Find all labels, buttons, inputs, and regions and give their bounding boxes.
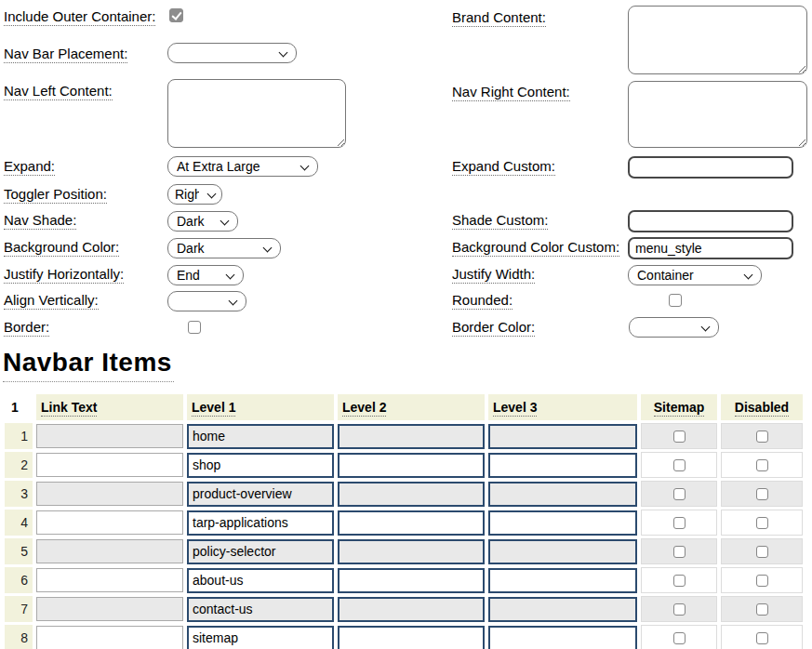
- header-level-2: Level 2: [338, 394, 485, 420]
- background-color-value: Dark: [177, 241, 205, 256]
- expand-select[interactable]: At Extra Large: [167, 156, 318, 177]
- level1-input[interactable]: [187, 568, 334, 593]
- disabled-checkbox[interactable]: [756, 488, 768, 500]
- level2-input[interactable]: [338, 482, 485, 507]
- header-level-1: Level 1: [187, 394, 334, 420]
- level1-input[interactable]: [187, 597, 334, 622]
- level2-input[interactable]: [338, 539, 485, 564]
- level1-input[interactable]: [187, 510, 334, 536]
- level2-input[interactable]: [338, 453, 485, 478]
- level3-input[interactable]: [488, 597, 637, 622]
- sitemap-checkbox[interactable]: [673, 603, 686, 616]
- level3-input[interactable]: [488, 568, 637, 593]
- navbar-items-table: 1 Link Text Level 1 Level 2 Level 3 Site…: [1, 391, 806, 649]
- nav-bar-placement-select[interactable]: [167, 43, 297, 63]
- disabled-checkbox[interactable]: [756, 603, 768, 616]
- header-disabled: Disabled: [721, 394, 803, 420]
- expand-value: At Extra Large: [177, 159, 260, 174]
- link-text-input[interactable]: [36, 597, 183, 621]
- justify-horizontally-label: Justify Horizontally:: [4, 266, 124, 284]
- table-header-row: 1 Link Text Level 1 Level 2 Level 3 Site…: [5, 394, 803, 420]
- level2-input[interactable]: [338, 424, 485, 449]
- row-number: 4: [5, 510, 33, 536]
- shade-custom-input[interactable]: [628, 210, 793, 232]
- nav-right-content-label: Nav Right Content:: [452, 84, 570, 101]
- navbar-items-heading: Navbar Items: [3, 348, 174, 382]
- chevron-down-icon: [226, 271, 235, 280]
- toggler-position-select[interactable]: Right: [167, 184, 222, 205]
- brand-content-textarea[interactable]: [628, 6, 807, 74]
- table-row: 3: [5, 481, 803, 507]
- level3-input[interactable]: [488, 424, 637, 449]
- level2-input[interactable]: [338, 626, 485, 649]
- nav-shade-label: Nav Shade:: [4, 212, 76, 230]
- expand-custom-input[interactable]: [628, 156, 793, 179]
- sitemap-checkbox[interactable]: [673, 546, 686, 558]
- nav-shade-select[interactable]: Dark: [167, 211, 238, 232]
- chevron-down-icon: [701, 323, 711, 332]
- disabled-checkbox[interactable]: [756, 430, 768, 443]
- level3-input[interactable]: [488, 510, 637, 536]
- border-color-select[interactable]: [629, 317, 719, 338]
- level2-input[interactable]: [338, 510, 485, 536]
- chevron-down-icon: [207, 190, 217, 199]
- link-text-input[interactable]: [36, 482, 183, 506]
- link-text-input[interactable]: [36, 568, 183, 592]
- header-level-3: Level 3: [488, 394, 637, 420]
- expand-label: Expand:: [4, 158, 55, 176]
- border-checkbox[interactable]: [188, 321, 201, 334]
- level2-input[interactable]: [338, 597, 485, 622]
- sitemap-checkbox[interactable]: [673, 575, 686, 587]
- sitemap-checkbox[interactable]: [673, 632, 686, 644]
- level1-input[interactable]: [187, 626, 334, 649]
- sitemap-checkbox[interactable]: [673, 459, 686, 471]
- link-text-input[interactable]: [36, 424, 183, 448]
- row-number: 7: [5, 596, 33, 622]
- toggler-position-label: Toggler Position:: [4, 186, 107, 204]
- background-color-custom-input[interactable]: [628, 237, 793, 259]
- rounded-checkbox[interactable]: [669, 294, 682, 307]
- level3-input[interactable]: [488, 626, 637, 649]
- border-color-label: Border Color:: [452, 319, 535, 337]
- disabled-checkbox[interactable]: [756, 575, 768, 587]
- disabled-checkbox[interactable]: [756, 632, 768, 644]
- nav-left-content-textarea[interactable]: [167, 79, 346, 148]
- justify-width-select[interactable]: Container: [628, 265, 762, 285]
- sitemap-checkbox[interactable]: [673, 517, 686, 529]
- disabled-checkbox[interactable]: [756, 459, 768, 471]
- toggler-position-value: Right: [175, 187, 199, 202]
- nav-bar-placement-label: Nav Bar Placement:: [4, 46, 127, 63]
- link-text-input[interactable]: [36, 510, 183, 535]
- align-vertically-select[interactable]: [167, 291, 246, 311]
- level1-input[interactable]: [187, 539, 334, 564]
- level3-input[interactable]: [488, 482, 637, 507]
- link-text-input[interactable]: [36, 539, 183, 563]
- disabled-checkbox[interactable]: [756, 517, 768, 529]
- justify-horizontally-select[interactable]: End: [167, 265, 244, 285]
- level1-input[interactable]: [187, 424, 334, 449]
- table-row: 4: [5, 510, 803, 536]
- table-row: 1: [5, 423, 803, 449]
- disabled-checkbox[interactable]: [756, 546, 768, 558]
- header-link-text: Link Text: [36, 394, 183, 420]
- level3-input[interactable]: [488, 453, 637, 478]
- table-row: 5: [5, 538, 803, 564]
- background-color-select[interactable]: Dark: [167, 238, 281, 258]
- link-text-input[interactable]: [36, 626, 183, 649]
- level1-input[interactable]: [187, 453, 334, 478]
- link-text-input[interactable]: [36, 453, 183, 477]
- row-number: 1: [5, 423, 33, 449]
- level3-input[interactable]: [488, 539, 637, 564]
- include-outer-container-checkbox[interactable]: [169, 8, 183, 22]
- navbar-settings-page: Include Outer Container: Nav Bar Placeme…: [0, 0, 812, 649]
- level2-input[interactable]: [338, 568, 485, 593]
- table-corner-cell: 1: [5, 394, 33, 420]
- sitemap-checkbox[interactable]: [673, 488, 686, 500]
- table-row: 6: [5, 567, 803, 593]
- nav-right-content-textarea[interactable]: [628, 81, 807, 148]
- sitemap-checkbox[interactable]: [673, 430, 686, 443]
- row-number: 8: [5, 625, 33, 649]
- level1-input[interactable]: [187, 482, 334, 507]
- background-color-label: Background Color:: [4, 239, 119, 257]
- border-label: Border:: [4, 319, 49, 337]
